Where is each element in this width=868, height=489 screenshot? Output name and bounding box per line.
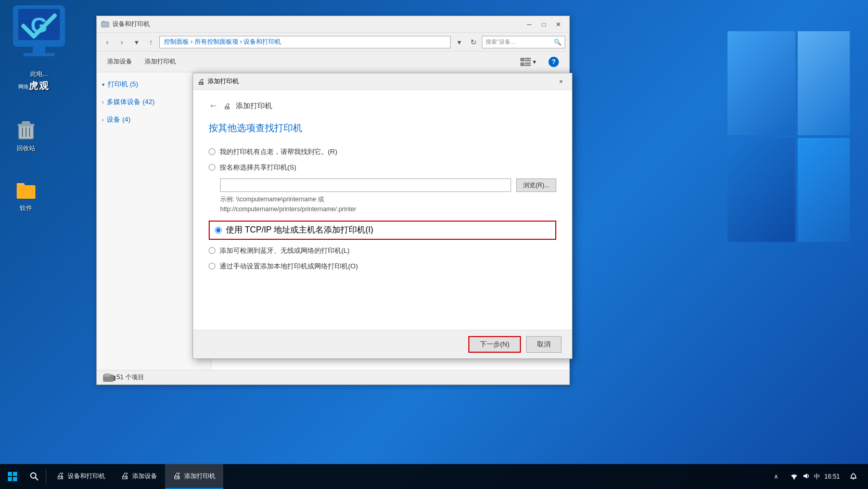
browse-button[interactable]: 浏览(R)...	[516, 178, 556, 192]
svg-rect-4	[23, 53, 55, 56]
svg-rect-43	[13, 477, 17, 481]
recycle-bin-image	[14, 117, 39, 142]
option-bluetooth[interactable]: 添加可检测到蓝牙、无线或网络的打印机(L)	[209, 246, 556, 255]
svg-point-46	[793, 478, 795, 479]
svg-rect-7	[22, 121, 30, 124]
option-tcpip[interactable]: 使用 TCP/IP 地址或主机名添加打印机(I)	[209, 221, 556, 240]
add-printer-button[interactable]: 添加打印机	[139, 54, 181, 70]
dialog-header-row: ← 🖨 添加打印机	[209, 100, 556, 111]
taskbar-divider	[46, 469, 46, 484]
taskbar-devices-printers[interactable]: 🖨 设备和打印机	[48, 464, 113, 489]
recycle-bin-icon[interactable]: 回收站	[5, 117, 47, 153]
notification-icon	[849, 472, 858, 481]
option-shared-printer[interactable]: 按名称选择共享打印机(S)	[209, 163, 556, 172]
refresh-button[interactable]: ↻	[467, 36, 480, 48]
radio-old-printer[interactable]	[209, 148, 215, 155]
option-manual[interactable]: 通过手动设置添加本地打印机或网络打印机(O)	[209, 262, 556, 271]
nav-dropdown-button[interactable]: ▾	[130, 36, 143, 48]
dialog-printer-icon: 🖨	[197, 78, 205, 86]
software-label: 软件	[20, 204, 32, 213]
hint-line2: http://computername/printers/printername…	[220, 204, 556, 214]
maximize-button[interactable]: □	[537, 19, 551, 30]
dialog-title-text: 添加打印机	[208, 77, 554, 86]
svg-rect-3	[33, 47, 45, 53]
search-placeholder: 搜索"设备...	[486, 38, 515, 46]
close-button[interactable]: ✕	[552, 19, 565, 30]
dialog-content: ← 🖨 添加打印机 按其他选项查找打印机 我的打印机有点老，请帮我找到它。(R)…	[193, 90, 572, 330]
back-button[interactable]: ‹	[101, 36, 113, 48]
radio-bluetooth-printer[interactable]	[209, 247, 215, 254]
tray-up-arrow[interactable]: ∧	[767, 467, 786, 486]
minimize-button[interactable]: ─	[522, 19, 536, 30]
huaguan-logo-area[interactable]: G 此电... 虎观	[3, 3, 75, 92]
clock-time: 16:51	[824, 472, 840, 481]
multimedia-label: 多媒体设备 (42)	[107, 97, 155, 107]
up-button[interactable]: ↑	[145, 36, 157, 48]
add-device-label: 添加设备	[107, 57, 132, 66]
radio-manual-printer[interactable]	[209, 263, 215, 269]
svg-rect-40	[8, 472, 12, 476]
label-old-printer: 我的打印机有点老，请帮我找到它。(R)	[220, 147, 337, 157]
network-label: 网络	[3, 83, 44, 91]
taskbar-add-device[interactable]: 🖨 添加设备	[113, 464, 165, 489]
taskbar: 🖨 设备和打印机 🖨 添加设备 🖨 添加打印机 ∧	[0, 464, 868, 489]
taskbar-devices-icon: 🖨	[56, 471, 65, 481]
dialog-printer-icon-header: 🖨	[223, 102, 231, 110]
svg-line-45	[35, 478, 38, 480]
taskbar-search-button[interactable]	[25, 467, 44, 486]
dialog-subtitle: 按其他选项查找打印机	[209, 122, 556, 134]
volume-tray-icon	[802, 472, 810, 480]
network-tray-icon	[790, 472, 798, 480]
breadcrumb-control-panel[interactable]: 控制面板 › 所有控制面板项 › 设备和打印机	[164, 38, 281, 45]
view-options-button[interactable]: ▾	[515, 54, 541, 70]
svg-rect-42	[8, 477, 12, 481]
dialog-header-title: 添加打印机	[236, 101, 272, 111]
network-path-row: 浏览(R)...	[220, 178, 556, 192]
svg-rect-19	[525, 62, 531, 64]
svg-rect-15	[520, 58, 525, 61]
taskbar-right-area: ∧ 中 16:51	[767, 467, 868, 486]
network-path-input[interactable]	[220, 178, 511, 192]
start-button[interactable]	[0, 464, 25, 489]
taskbar-add-device-label: 添加设备	[132, 472, 157, 481]
next-step-button[interactable]: 下一步(N)	[468, 336, 521, 353]
statusbar-icon	[102, 371, 117, 384]
software-icon[interactable]: 软件	[5, 177, 47, 213]
tray-lang: 中	[814, 472, 820, 481]
help-button[interactable]: ?	[543, 54, 564, 70]
dialog-close-button[interactable]: ×	[554, 76, 568, 87]
svg-rect-18	[520, 62, 525, 66]
clock-area[interactable]: 16:51	[824, 472, 840, 481]
taskbar-add-printer[interactable]: 🖨 添加打印机	[165, 464, 223, 489]
radio-tcpip-printer[interactable]	[215, 227, 222, 234]
add-device-button[interactable]: 添加设备	[102, 54, 137, 70]
address-dropdown-button[interactable]: ▾	[453, 36, 465, 48]
view-dropdown-icon: ▾	[533, 58, 536, 66]
desktop: G 此电... 虎观 网络	[0, 0, 868, 489]
window-title-icon	[101, 20, 109, 29]
forward-button[interactable]: ›	[116, 36, 128, 48]
huaguan-logo-svg: G	[8, 3, 70, 70]
window-title-text: 设备和打印机	[112, 20, 522, 29]
svg-rect-17	[525, 60, 531, 61]
svg-rect-13	[101, 22, 109, 27]
taskbar-add-printer-label: 添加打印机	[184, 472, 215, 481]
svg-rect-12	[17, 185, 35, 199]
search-box[interactable]: 搜索"设备... 🔍	[482, 36, 565, 48]
dialog-back-button[interactable]: ←	[209, 100, 218, 111]
search-icon: 🔍	[554, 38, 561, 46]
multimedia-arrow: ›	[102, 99, 104, 105]
notification-button[interactable]	[844, 467, 863, 486]
add-printer-dialog: 🖨 添加打印机 × ← 🖨 添加打印机 按其他选项查找打印机 我的打印机有点老，…	[193, 73, 572, 359]
tray-network-icon	[790, 472, 798, 481]
statusbar: 51 个项目	[97, 370, 569, 384]
address-path[interactable]: 控制面板 › 所有控制面板项 › 设备和打印机	[159, 36, 451, 48]
option-old-printer[interactable]: 我的打印机有点老，请帮我找到它。(R)	[209, 147, 556, 157]
taskbar-add-printer-icon: 🖨	[173, 471, 181, 481]
dialog-footer: 下一步(N) 取消	[193, 330, 572, 358]
svg-rect-14	[103, 21, 105, 22]
taskbar-add-device-icon: 🖨	[121, 471, 129, 481]
cancel-button[interactable]: 取消	[526, 336, 561, 353]
radio-shared-printer[interactable]	[209, 164, 215, 171]
start-icon	[7, 471, 18, 482]
